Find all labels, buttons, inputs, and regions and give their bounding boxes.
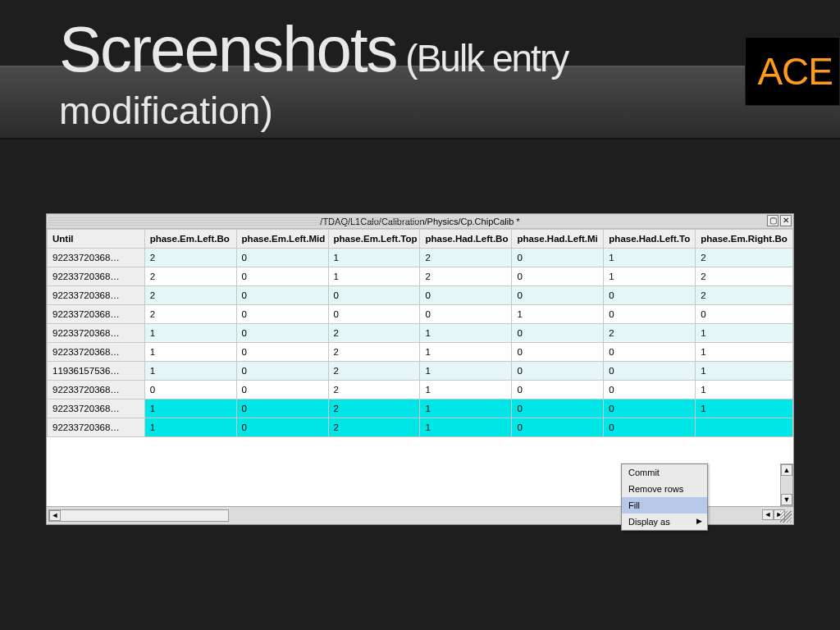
data-cell[interactable]: 2 xyxy=(328,381,420,399)
column-header[interactable]: phase.Em.Left.Mid xyxy=(236,230,328,249)
data-cell[interactable]: 0 xyxy=(420,286,512,305)
data-cell[interactable]: 0 xyxy=(512,267,604,286)
scroll-left2-icon[interactable]: ◄ xyxy=(762,509,774,520)
data-cell[interactable]: 0 xyxy=(236,324,328,343)
row-header-cell[interactable]: 92233720368… xyxy=(48,305,145,324)
data-cell[interactable]: 2 xyxy=(328,343,420,362)
data-cell[interactable]: 2 xyxy=(144,305,236,324)
data-cell[interactable]: 0 xyxy=(236,362,328,381)
data-cell[interactable]: 1 xyxy=(144,399,236,418)
data-cell[interactable]: 2 xyxy=(328,399,420,418)
data-cell[interactable]: 1 xyxy=(144,362,236,381)
horizontal-scrollbar[interactable]: ◄ xyxy=(48,509,229,522)
data-cell[interactable]: 2 xyxy=(604,324,696,343)
data-cell[interactable]: 0 xyxy=(604,381,696,399)
scroll-up-icon[interactable]: ▲ xyxy=(781,464,792,476)
data-grid[interactable]: Untilphase.Em.Left.Bophase.Em.Left.Midph… xyxy=(47,229,793,437)
maximize-button[interactable]: ▢ xyxy=(767,215,778,226)
data-cell[interactable]: 1 xyxy=(696,399,793,418)
data-cell[interactable]: 0 xyxy=(604,305,696,324)
row-header-cell[interactable]: 92233720368… xyxy=(48,418,145,437)
data-cell[interactable]: 1 xyxy=(144,343,236,362)
data-cell[interactable]: 0 xyxy=(328,305,420,324)
data-cell[interactable]: 1 xyxy=(420,418,512,437)
column-header[interactable]: phase.Em.Left.Top xyxy=(328,230,420,249)
table-row[interactable]: 92233720368…1021001 xyxy=(48,343,793,362)
data-cell[interactable]: 1 xyxy=(696,343,793,362)
data-cell[interactable]: 2 xyxy=(420,249,512,267)
vertical-scrollbar[interactable]: ▲ ▼ xyxy=(780,463,793,506)
data-cell[interactable]: 2 xyxy=(144,286,236,305)
data-cell[interactable]: 1 xyxy=(696,381,793,399)
row-header-cell[interactable]: 11936157536… xyxy=(48,362,145,381)
table-row[interactable]: 11936157536…1021001 xyxy=(48,362,793,381)
data-cell[interactable]: 0 xyxy=(512,418,604,437)
close-button[interactable]: ✕ xyxy=(780,215,792,226)
row-header-cell[interactable]: 92233720368… xyxy=(48,249,145,267)
column-header[interactable]: phase.Had.Left.Mi xyxy=(512,230,604,249)
data-cell[interactable]: 2 xyxy=(328,418,420,437)
data-cell[interactable]: 1 xyxy=(604,267,696,286)
data-cell[interactable]: 0 xyxy=(420,305,512,324)
data-cell[interactable]: 2 xyxy=(420,267,512,286)
data-cell[interactable]: 0 xyxy=(512,399,604,418)
data-cell[interactable]: 0 xyxy=(512,381,604,399)
data-cell[interactable]: 1 xyxy=(696,324,793,343)
data-cell[interactable]: 0 xyxy=(604,418,696,437)
table-row[interactable]: 92233720368…2000002 xyxy=(48,286,793,305)
table-row[interactable]: 92233720368…0021001 xyxy=(48,381,793,399)
data-cell[interactable]: 1 xyxy=(512,305,604,324)
table-row[interactable]: 92233720368…2012012 xyxy=(48,249,793,267)
column-header[interactable]: phase.Had.Left.To xyxy=(604,230,696,249)
data-cell[interactable]: 0 xyxy=(512,324,604,343)
table-row[interactable]: 92233720368…102100 xyxy=(48,418,793,437)
column-header[interactable]: phase.Had.Left.Bo xyxy=(420,230,512,249)
menu-item[interactable]: Display as▶ xyxy=(622,514,707,530)
data-cell[interactable]: 1 xyxy=(696,362,793,381)
data-cell[interactable]: 0 xyxy=(236,418,328,437)
data-cell[interactable]: 1 xyxy=(420,362,512,381)
menu-item[interactable]: Fill xyxy=(622,497,707,514)
data-cell[interactable]: 0 xyxy=(236,267,328,286)
data-cell[interactable]: 0 xyxy=(236,399,328,418)
drag-handle-icon[interactable] xyxy=(48,216,422,226)
data-cell[interactable]: 0 xyxy=(236,343,328,362)
column-header[interactable]: Until xyxy=(48,230,145,249)
table-row[interactable]: 92233720368…1021021 xyxy=(48,324,793,343)
data-cell[interactable]: 0 xyxy=(512,286,604,305)
data-cell[interactable]: 0 xyxy=(604,399,696,418)
table-row[interactable]: 92233720368…1021001 xyxy=(48,399,793,418)
row-header-cell[interactable]: 92233720368… xyxy=(48,381,145,399)
data-cell[interactable]: 2 xyxy=(696,286,793,305)
scroll-left-icon[interactable]: ◄ xyxy=(49,510,61,521)
data-cell[interactable]: 0 xyxy=(236,286,328,305)
column-header[interactable]: phase.Em.Right.Bo xyxy=(696,230,793,249)
resize-grip-icon[interactable] xyxy=(780,511,792,523)
data-cell[interactable]: 0 xyxy=(512,343,604,362)
data-cell[interactable]: 0 xyxy=(512,249,604,267)
row-header-cell[interactable]: 92233720368… xyxy=(48,399,145,418)
data-cell[interactable]: 1 xyxy=(604,249,696,267)
data-cell[interactable]: 1 xyxy=(420,324,512,343)
data-cell[interactable]: 1 xyxy=(420,343,512,362)
data-cell[interactable]: 0 xyxy=(604,286,696,305)
row-header-cell[interactable]: 92233720368… xyxy=(48,324,145,343)
data-cell[interactable]: 1 xyxy=(144,418,236,437)
data-cell[interactable]: 2 xyxy=(328,362,420,381)
context-menu[interactable]: CommitRemove rowsFillDisplay as▶ xyxy=(621,463,708,531)
data-cell[interactable]: 0 xyxy=(236,381,328,399)
menu-item[interactable]: Commit xyxy=(622,464,707,481)
column-header[interactable]: phase.Em.Left.Bo xyxy=(144,230,236,249)
data-cell[interactable] xyxy=(696,418,793,437)
scroll-down-icon[interactable]: ▼ xyxy=(781,494,792,505)
menu-item[interactable]: Remove rows xyxy=(622,481,707,497)
data-cell[interactable]: 0 xyxy=(236,305,328,324)
data-cell[interactable]: 1 xyxy=(420,381,512,399)
data-cell[interactable]: 2 xyxy=(696,249,793,267)
data-cell[interactable]: 1 xyxy=(420,399,512,418)
data-cell[interactable]: 0 xyxy=(236,249,328,267)
data-cell[interactable]: 1 xyxy=(328,267,420,286)
data-cell[interactable]: 0 xyxy=(604,343,696,362)
data-cell[interactable]: 1 xyxy=(328,249,420,267)
data-cell[interactable]: 1 xyxy=(144,324,236,343)
